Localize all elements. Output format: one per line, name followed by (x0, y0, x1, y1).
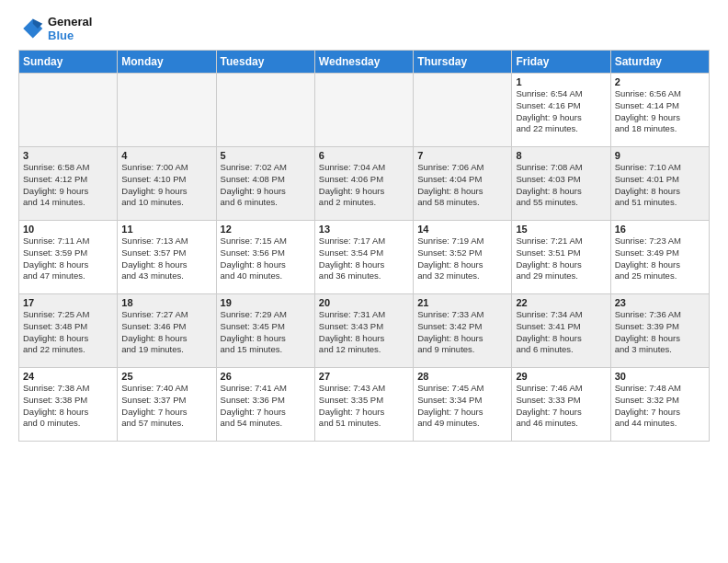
day-number: 15 (516, 224, 606, 235)
day-number: 26 (221, 371, 311, 382)
calendar-cell: 10Sunrise: 7:11 AMSunset: 3:59 PMDayligh… (19, 221, 118, 294)
day-info: Sunrise: 7:46 AMSunset: 3:33 PMDaylight:… (516, 383, 606, 430)
day-number: 25 (121, 371, 211, 382)
calendar-cell: 20Sunrise: 7:31 AMSunset: 3:43 PMDayligh… (314, 294, 413, 368)
calendar-cell: 28Sunrise: 7:45 AMSunset: 3:34 PMDayligh… (414, 368, 512, 442)
calendar-week-2: 3Sunrise: 6:58 AMSunset: 4:12 PMDaylight… (19, 147, 710, 221)
calendar-cell: 1Sunrise: 6:54 AMSunset: 4:16 PMDaylight… (512, 74, 610, 147)
weekday-header-wednesday: Wednesday (314, 51, 413, 74)
day-number: 11 (121, 224, 211, 235)
calendar-cell: 15Sunrise: 7:21 AMSunset: 3:51 PMDayligh… (512, 221, 610, 294)
calendar-cell: 27Sunrise: 7:43 AMSunset: 3:35 PMDayligh… (314, 368, 413, 442)
calendar-cell: 17Sunrise: 7:25 AMSunset: 3:48 PMDayligh… (19, 294, 118, 368)
day-info: Sunrise: 7:10 AMSunset: 4:01 PMDaylight:… (615, 162, 705, 209)
day-number: 2 (615, 76, 705, 87)
day-info: Sunrise: 7:11 AMSunset: 3:59 PMDaylight:… (23, 236, 113, 282)
calendar-cell: 13Sunrise: 7:17 AMSunset: 3:54 PMDayligh… (314, 221, 413, 294)
day-info: Sunrise: 7:43 AMSunset: 3:35 PMDaylight:… (319, 383, 409, 430)
calendar-table: SundayMondayTuesdayWednesdayThursdayFrid… (18, 50, 710, 442)
calendar-cell (118, 74, 216, 147)
day-info: Sunrise: 7:13 AMSunset: 3:57 PMDaylight:… (121, 236, 211, 282)
weekday-header-monday: Monday (118, 51, 216, 74)
day-number: 14 (417, 224, 507, 235)
day-number: 3 (23, 150, 113, 161)
day-info: Sunrise: 7:21 AMSunset: 3:51 PMDaylight:… (516, 236, 606, 282)
day-number: 12 (221, 224, 311, 235)
calendar-cell: 5Sunrise: 7:02 AMSunset: 4:08 PMDaylight… (216, 147, 314, 221)
day-info: Sunrise: 7:04 AMSunset: 4:06 PMDaylight:… (319, 162, 409, 209)
day-number: 23 (615, 297, 705, 308)
weekday-header-tuesday: Tuesday (216, 51, 314, 74)
day-number: 6 (319, 150, 409, 161)
day-info: Sunrise: 7:00 AMSunset: 4:10 PMDaylight:… (121, 162, 211, 209)
calendar-cell: 22Sunrise: 7:34 AMSunset: 3:41 PMDayligh… (512, 294, 610, 368)
day-number: 10 (23, 224, 113, 235)
weekday-header-thursday: Thursday (414, 51, 512, 74)
calendar-cell: 16Sunrise: 7:23 AMSunset: 3:49 PMDayligh… (610, 221, 709, 294)
calendar-cell: 25Sunrise: 7:40 AMSunset: 3:37 PMDayligh… (118, 368, 216, 442)
header: General Blue (18, 15, 710, 42)
day-info: Sunrise: 7:36 AMSunset: 3:39 PMDaylight:… (615, 309, 705, 356)
day-info: Sunrise: 7:33 AMSunset: 3:42 PMDaylight:… (417, 309, 507, 356)
logo: General Blue (18, 15, 92, 42)
page: General Blue SundayMondayTuesdayWednesda… (0, 0, 728, 563)
calendar-week-1: 1Sunrise: 6:54 AMSunset: 4:16 PMDaylight… (19, 74, 710, 147)
day-info: Sunrise: 7:06 AMSunset: 4:04 PMDaylight:… (417, 162, 507, 209)
day-number: 16 (615, 224, 705, 235)
calendar-cell: 2Sunrise: 6:56 AMSunset: 4:14 PMDaylight… (610, 74, 709, 147)
day-info: Sunrise: 7:34 AMSunset: 3:41 PMDaylight:… (516, 309, 606, 356)
calendar-cell: 29Sunrise: 7:46 AMSunset: 3:33 PMDayligh… (512, 368, 610, 442)
calendar-cell: 14Sunrise: 7:19 AMSunset: 3:52 PMDayligh… (414, 221, 512, 294)
calendar-cell: 6Sunrise: 7:04 AMSunset: 4:06 PMDaylight… (314, 147, 413, 221)
calendar-cell: 21Sunrise: 7:33 AMSunset: 3:42 PMDayligh… (414, 294, 512, 368)
logo-text: General Blue (48, 15, 92, 42)
day-info: Sunrise: 7:40 AMSunset: 3:37 PMDaylight:… (121, 383, 211, 430)
day-number: 5 (221, 150, 311, 161)
calendar-cell: 12Sunrise: 7:15 AMSunset: 3:56 PMDayligh… (216, 221, 314, 294)
day-number: 1 (516, 76, 606, 87)
calendar-cell: 11Sunrise: 7:13 AMSunset: 3:57 PMDayligh… (118, 221, 216, 294)
day-info: Sunrise: 7:38 AMSunset: 3:38 PMDaylight:… (23, 383, 113, 430)
calendar-cell (414, 74, 512, 147)
day-info: Sunrise: 7:15 AMSunset: 3:56 PMDaylight:… (221, 236, 311, 282)
calendar-cell: 18Sunrise: 7:27 AMSunset: 3:46 PMDayligh… (118, 294, 216, 368)
day-number: 28 (417, 371, 507, 382)
calendar-cell: 26Sunrise: 7:41 AMSunset: 3:36 PMDayligh… (216, 368, 314, 442)
calendar-cell: 4Sunrise: 7:00 AMSunset: 4:10 PMDaylight… (118, 147, 216, 221)
day-info: Sunrise: 6:54 AMSunset: 4:16 PMDaylight:… (516, 88, 606, 135)
day-number: 22 (516, 297, 606, 308)
day-number: 20 (319, 297, 409, 308)
day-info: Sunrise: 7:27 AMSunset: 3:46 PMDaylight:… (121, 309, 211, 356)
calendar-cell: 30Sunrise: 7:48 AMSunset: 3:32 PMDayligh… (610, 368, 709, 442)
day-info: Sunrise: 7:31 AMSunset: 3:43 PMDaylight:… (319, 309, 409, 356)
day-info: Sunrise: 6:56 AMSunset: 4:14 PMDaylight:… (615, 88, 705, 135)
weekday-header-saturday: Saturday (610, 51, 709, 74)
calendar-cell: 7Sunrise: 7:06 AMSunset: 4:04 PMDaylight… (414, 147, 512, 221)
day-info: Sunrise: 7:17 AMSunset: 3:54 PMDaylight:… (319, 236, 409, 282)
weekday-header-friday: Friday (512, 51, 610, 74)
day-number: 17 (23, 297, 113, 308)
logo-icon (18, 16, 44, 41)
calendar-cell: 19Sunrise: 7:29 AMSunset: 3:45 PMDayligh… (216, 294, 314, 368)
day-number: 24 (23, 371, 113, 382)
day-info: Sunrise: 6:58 AMSunset: 4:12 PMDaylight:… (23, 162, 113, 209)
day-number: 29 (516, 371, 606, 382)
calendar-cell (216, 74, 314, 147)
day-number: 13 (319, 224, 409, 235)
calendar-cell (19, 74, 118, 147)
calendar-cell: 23Sunrise: 7:36 AMSunset: 3:39 PMDayligh… (610, 294, 709, 368)
day-number: 27 (319, 371, 409, 382)
calendar-cell (314, 74, 413, 147)
calendar-week-5: 24Sunrise: 7:38 AMSunset: 3:38 PMDayligh… (19, 368, 710, 442)
day-number: 18 (121, 297, 211, 308)
day-number: 21 (417, 297, 507, 308)
day-number: 4 (121, 150, 211, 161)
day-number: 9 (615, 150, 705, 161)
calendar-cell: 3Sunrise: 6:58 AMSunset: 4:12 PMDaylight… (19, 147, 118, 221)
day-number: 30 (615, 371, 705, 382)
day-info: Sunrise: 7:48 AMSunset: 3:32 PMDaylight:… (615, 383, 705, 430)
day-number: 7 (417, 150, 507, 161)
day-info: Sunrise: 7:19 AMSunset: 3:52 PMDaylight:… (417, 236, 507, 282)
day-info: Sunrise: 7:29 AMSunset: 3:45 PMDaylight:… (221, 309, 311, 356)
day-info: Sunrise: 7:41 AMSunset: 3:36 PMDaylight:… (221, 383, 311, 430)
